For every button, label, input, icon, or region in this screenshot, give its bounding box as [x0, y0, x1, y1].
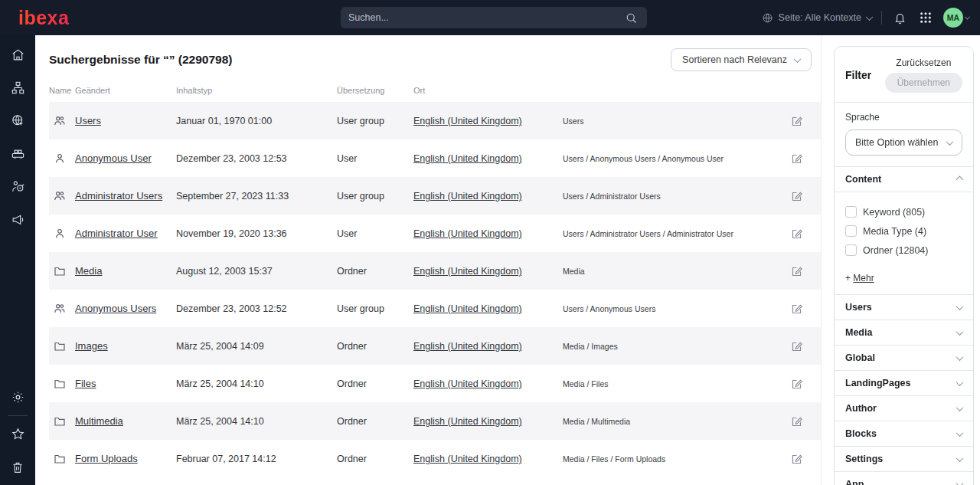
- folder-icon: [54, 340, 66, 352]
- sidebar-item-trash[interactable]: [0, 451, 35, 483]
- edit-button[interactable]: [787, 224, 807, 244]
- translation-link[interactable]: English (United Kingdom): [413, 303, 522, 314]
- page-title: Suchergebnisse für “” (2290798): [49, 53, 233, 67]
- apply-filters-button[interactable]: Übernehmen: [885, 73, 962, 93]
- translation-link[interactable]: English (United Kingdom): [413, 228, 522, 239]
- language-select[interactable]: Bitte Option wählen: [845, 129, 962, 156]
- search-input[interactable]: [348, 12, 622, 23]
- page-body: Suchergebnisse für “” (2290798) Sortiere…: [35, 35, 980, 485]
- edit-button[interactable]: [787, 111, 807, 131]
- table-row: Administrator User November 19, 2020 13:…: [49, 215, 821, 252]
- global-search[interactable]: [341, 7, 647, 28]
- location-path: Users / Anonymous Users / Anonymous User: [563, 154, 787, 163]
- column-header: Ort: [413, 86, 563, 95]
- edit-icon: [791, 303, 803, 315]
- content-name-link[interactable]: Media: [75, 265, 102, 277]
- folder-icon: [54, 415, 66, 428]
- folder-icon: [54, 453, 66, 465]
- content-name-link[interactable]: Administrator Users: [75, 190, 162, 202]
- avatar[interactable]: MA: [943, 8, 963, 28]
- sidebar-item-settings[interactable]: [0, 381, 35, 414]
- filter-checkbox-row[interactable]: Ordner (12804): [845, 244, 962, 256]
- translation-link[interactable]: English (United Kingdom): [413, 454, 522, 464]
- filter-section-toggle[interactable]: Global: [835, 345, 973, 370]
- modified-date: März 25, 2004 14:09: [176, 341, 337, 352]
- content-name-link[interactable]: Users: [75, 115, 101, 126]
- ibexa-logo[interactable]: ibexa: [18, 7, 110, 29]
- content-name-link[interactable]: Administrator User: [75, 228, 158, 239]
- chevron-down-icon: [956, 454, 964, 462]
- translation-link[interactable]: English (United Kingdom): [413, 266, 522, 277]
- table-row: Multimedia März 25, 2004 14:10 Ordner En…: [49, 402, 821, 440]
- show-more-link[interactable]: + Mehr: [845, 273, 874, 283]
- gear-icon: [11, 390, 25, 405]
- content-name-link[interactable]: Multimedia: [75, 415, 123, 427]
- edit-button[interactable]: [787, 149, 807, 169]
- reset-filters-button[interactable]: Zurücksetzen: [896, 57, 951, 68]
- filter-section-toggle[interactable]: App: [835, 471, 973, 485]
- globe-icon: [762, 12, 773, 24]
- bell-icon[interactable]: [891, 9, 908, 26]
- edit-button[interactable]: [787, 261, 807, 281]
- translation-link[interactable]: English (United Kingdom): [413, 153, 522, 164]
- translation-link[interactable]: English (United Kingdom): [413, 191, 522, 202]
- filter-section-toggle[interactable]: Media: [835, 320, 973, 345]
- filter-section-toggle[interactable]: Users: [835, 294, 973, 320]
- chevron-down-icon: [956, 404, 964, 411]
- content-tree-icon: [11, 80, 25, 95]
- section-content-toggle[interactable]: Content: [835, 167, 973, 192]
- sidebar-item-campaign[interactable]: [0, 203, 35, 236]
- edit-icon: [791, 453, 803, 465]
- content-name-link[interactable]: Anonymous Users: [75, 303, 156, 314]
- user-menu[interactable]: MA: [943, 8, 969, 28]
- checkbox[interactable]: [845, 225, 857, 237]
- checkbox[interactable]: [845, 206, 857, 218]
- app-grid-icon[interactable]: [917, 9, 934, 26]
- sort-label: Sortieren nach Relevanz: [682, 54, 787, 65]
- edit-button[interactable]: [787, 186, 807, 206]
- content-name-link[interactable]: Files: [75, 378, 96, 389]
- edit-icon: [791, 340, 803, 352]
- filter-section-toggle[interactable]: Blocks: [835, 421, 973, 446]
- modified-date: September 27, 2023 11:33: [176, 191, 337, 202]
- filter-checkbox-row[interactable]: Media Type (4): [845, 225, 962, 237]
- translation-link[interactable]: English (United Kingdom): [413, 116, 522, 126]
- translation-link[interactable]: English (United Kingdom): [413, 378, 522, 389]
- sidebar-item-bookmarks[interactable]: [0, 418, 35, 451]
- edit-button[interactable]: [787, 336, 807, 356]
- sort-dropdown[interactable]: Sortieren nach Relevanz: [671, 48, 812, 71]
- edit-button[interactable]: [787, 449, 807, 469]
- sidebar-item-site-factory[interactable]: [0, 137, 35, 170]
- filter-section-label: Blocks: [845, 428, 877, 439]
- sidebar-item-personalization[interactable]: [0, 170, 35, 203]
- content-name-link[interactable]: Anonymous User: [75, 152, 152, 164]
- table-row: Anonymous User Dezember 23, 2003 12:53 U…: [49, 139, 821, 177]
- filter-checkbox-row[interactable]: Keyword (805): [845, 206, 962, 218]
- sidebar-item-content[interactable]: [0, 71, 35, 104]
- site-factory-icon: [11, 146, 25, 161]
- content-name-link[interactable]: Images: [75, 340, 108, 352]
- modified-date: März 25, 2004 14:10: [176, 378, 337, 389]
- sidebar-item-site[interactable]: [0, 104, 35, 137]
- context-switcher[interactable]: Seite: Alle Kontexte: [762, 12, 872, 24]
- edit-button[interactable]: [787, 411, 807, 431]
- modified-date: Februar 07, 2017 14:12: [176, 454, 337, 464]
- content-type: User group: [337, 303, 413, 314]
- translation-link[interactable]: English (United Kingdom): [413, 341, 522, 352]
- translation-link[interactable]: English (United Kingdom): [413, 416, 522, 427]
- chevron-down-icon: [956, 378, 964, 386]
- filter-section-toggle[interactable]: Author: [835, 395, 973, 421]
- chevron-down-icon: [956, 353, 964, 361]
- edit-button[interactable]: [787, 374, 807, 394]
- checkbox[interactable]: [845, 244, 857, 256]
- language-select-value: Bitte Option wählen: [855, 137, 938, 148]
- edit-button[interactable]: [787, 299, 807, 319]
- search-icon[interactable]: [622, 9, 639, 26]
- filter-section-label: Global: [845, 352, 875, 363]
- filter-section-toggle[interactable]: LandingPages: [835, 370, 973, 395]
- content-name-link[interactable]: Form Uploads: [75, 453, 138, 464]
- filter-section-toggle[interactable]: Settings: [835, 446, 973, 471]
- chevron-down-icon: [866, 13, 874, 21]
- sidebar-item-home[interactable]: [0, 38, 35, 71]
- context-label: Seite: Alle Kontexte: [779, 12, 861, 23]
